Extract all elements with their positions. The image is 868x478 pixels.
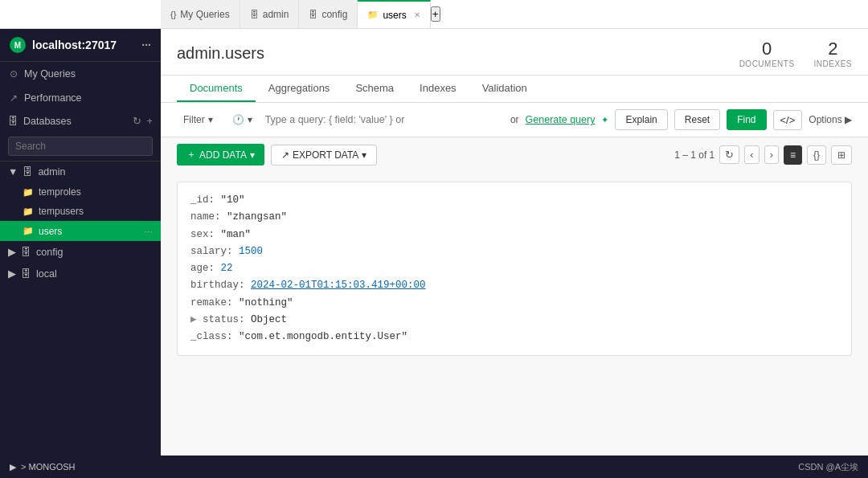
databases-section-header[interactable]: 🗄 Databases ↻ + (0, 110, 161, 132)
collection-menu-icon[interactable]: ··· (144, 225, 153, 237)
content-tabs: Documents Aggregations Schema Indexes Va… (161, 76, 868, 103)
tab-aggregations[interactable]: Aggregations (256, 76, 343, 102)
field-name: name: "zhangsan" (190, 209, 838, 226)
page-title: admin.users (177, 44, 739, 63)
local-db-label: local (36, 268, 57, 280)
table-view-button[interactable]: ⊞ (831, 145, 852, 165)
queries-icon: {} (170, 10, 176, 19)
reset-button[interactable]: Reset (674, 109, 720, 130)
plus-icon: ＋ (186, 148, 196, 161)
sidebar-item-config-db[interactable]: ▶ 🗄 config (0, 241, 161, 263)
value-status: Object (251, 314, 287, 325)
export-data-dropdown-icon: ▾ (362, 149, 366, 161)
sidebar-item-local-db[interactable]: ▶ 🗄 local (0, 263, 161, 284)
filter-dropdown-icon: ▾ (208, 114, 213, 125)
tab-indexes[interactable]: Indexes (407, 76, 469, 102)
action-bar: ＋ ADD DATA ▾ ↗ EXPORT DATA ▾ 1 – 1 of 1 … (161, 137, 868, 172)
sidebar-header: M localhost:27017 ··· (0, 29, 161, 62)
sidebar-item-users[interactable]: 📁 users ··· (0, 221, 161, 241)
query-toolbar: Filter ▾ 🕐 ▾ or Generate query ✦ Explain… (161, 103, 868, 137)
my-queries-label: My Queries (24, 68, 76, 80)
sidebar-item-tempusers[interactable]: 📁 tempusers (0, 202, 161, 221)
tab-my-queries[interactable]: {} My Queries (161, 0, 240, 28)
next-page-button[interactable]: › (764, 145, 779, 164)
query-input[interactable] (265, 114, 504, 125)
sidebar: M localhost:27017 ··· ⊙ My Queries ↗ Per… (0, 29, 161, 456)
value-class: "com.et.mongodb.entity.User" (239, 331, 407, 342)
options-button[interactable]: Options ▶ (809, 114, 852, 125)
connection-title: localhost:27017 (32, 39, 117, 51)
generate-query-link[interactable]: Generate query (526, 114, 596, 125)
mongosh-button[interactable]: ▶ > MONGOSH (10, 462, 76, 472)
users-coll-icon: 📁 (367, 10, 379, 20)
tab-documents[interactable]: Documents (177, 76, 256, 102)
tab-bar: {} My Queries 🗄 admin 🗄 config 📁 users ✕… (0, 0, 868, 29)
find-button[interactable]: Find (727, 109, 766, 130)
close-tab-icon[interactable]: ✕ (414, 10, 420, 19)
tab-admin[interactable]: 🗄 admin (240, 0, 300, 28)
pagination-text: 1 – 1 of 1 (674, 149, 714, 161)
add-tab-button[interactable]: + (431, 6, 440, 22)
value-remake: "nothing" (239, 297, 293, 308)
query-or-label: or (510, 114, 519, 125)
field-age: age: 22 (190, 260, 838, 277)
clock-button[interactable]: 🕐 ▾ (226, 111, 259, 129)
filter-button[interactable]: Filter ▾ (177, 111, 219, 129)
sidebar-search-input[interactable] (8, 137, 153, 156)
add-database-icon[interactable]: + (146, 115, 153, 127)
tab-validation[interactable]: Validation (469, 76, 540, 102)
content-area: admin.users 0 DOCUMENTS 2 INDEXES Docume… (161, 29, 868, 456)
value-birthday[interactable]: 2024-02-01T01:15:03.419+00:00 (251, 280, 426, 291)
field-remake: remake: "nothing" (190, 295, 838, 312)
sparkle-icon: ✦ (601, 115, 608, 125)
temproles-label: temproles (39, 186, 81, 198)
tab-config[interactable]: 🗄 config (299, 0, 358, 28)
watermark: CSDN @A尘埃 (798, 461, 858, 473)
config-db-icon2: 🗄 (21, 247, 31, 258)
field-birthday: birthday: 2024-02-01T01:15:03.419+00:00 (190, 277, 838, 294)
tab-users[interactable]: 📁 users ✕ (358, 0, 430, 28)
databases-icon: 🗄 (8, 116, 18, 127)
bottom-bar: ▶ > MONGOSH CSDN @A尘埃 (0, 456, 868, 478)
local-db-icon: 🗄 (21, 268, 31, 280)
document-card: _id: "10" name: "zhangsan" sex: "man" sa… (177, 182, 852, 356)
clock-icon: 🕐 (232, 114, 244, 125)
add-data-dropdown-icon: ▾ (250, 149, 255, 161)
filter-label: Filter (183, 114, 205, 125)
explain-button[interactable]: Explain (615, 109, 667, 130)
tab-schema[interactable]: Schema (342, 76, 407, 102)
sidebar-item-admin-db[interactable]: ▼ 🗄 admin (0, 161, 161, 182)
field-status: ▶ status: Object (190, 312, 838, 329)
indexes-stat: 2 INDEXES (814, 39, 852, 68)
field-sex: sex: "man" (190, 227, 838, 243)
list-view-button[interactable]: ≡ (784, 145, 802, 165)
mongosh-caret-icon: ▶ (10, 462, 16, 472)
indexes-label: INDEXES (814, 59, 852, 68)
export-icon: ↗ (281, 149, 289, 161)
expand-icon: ▼ (8, 166, 18, 178)
expand-config-icon: ▶ (8, 246, 16, 258)
admin-db-icon: 🗄 (250, 10, 259, 19)
json-view-button[interactable]: {} (807, 145, 826, 165)
sidebar-item-temproles[interactable]: 📁 temproles (0, 182, 161, 202)
sidebar-search-container (0, 132, 161, 161)
tab-admin-label: admin (263, 9, 289, 20)
add-data-button[interactable]: ＋ ADD DATA ▾ (177, 144, 264, 165)
pagination: 1 – 1 of 1 ↻ ‹ › ≡ {} ⊞ (674, 145, 852, 165)
sidebar-item-my-queries[interactable]: ⊙ My Queries (0, 62, 161, 86)
tempusers-icon: 📁 (23, 206, 34, 217)
documents-area: _id: "10" name: "zhangsan" sex: "man" sa… (161, 172, 868, 456)
sidebar-item-performance[interactable]: ↗ Performance (0, 86, 161, 110)
connection-menu-icon[interactable]: ··· (141, 39, 151, 51)
expand-status-icon[interactable]: ▶ (190, 314, 197, 325)
refresh-button[interactable]: ↻ (719, 145, 739, 164)
value-id: "10" (221, 194, 245, 206)
code-button[interactable]: </> (773, 110, 803, 130)
prev-page-button[interactable]: ‹ (744, 145, 759, 164)
export-data-button[interactable]: ↗ EXPORT DATA ▾ (271, 145, 377, 165)
admin-db-icon: 🗄 (23, 166, 33, 178)
tab-config-label: config (321, 9, 347, 20)
field-class: _class: "com.et.mongodb.entity.User" (190, 329, 838, 345)
refresh-databases-icon[interactable]: ↻ (133, 115, 141, 127)
field-id: _id: "10" (190, 192, 838, 209)
